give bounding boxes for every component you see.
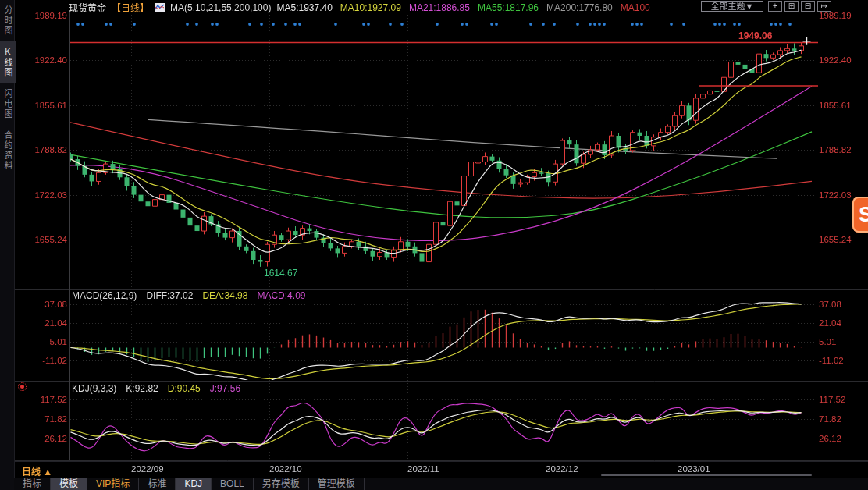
tab-kdj[interactable]: KDJ <box>176 478 212 490</box>
axis-label: 71.82 <box>819 414 841 424</box>
macd-label-row: MACD(26,12,9) DIFF:37.02 DEA:34.98 MACD:… <box>72 290 305 301</box>
axis-label: 1722.03 <box>19 190 67 200</box>
zoom-y-axis-icon[interactable]: ⊞ <box>784 1 799 12</box>
macd-macd-value: MACD:4.09 <box>257 290 305 301</box>
tab-boll[interactable]: BOLL <box>212 478 254 490</box>
axis-label: 1922.40 <box>19 55 67 65</box>
tab-standard[interactable]: 标准 <box>139 478 176 490</box>
ma-legend-item: MA21:1886.85 <box>409 2 470 13</box>
axis-label: 26.12 <box>819 434 841 443</box>
sidebar-item-contract-info[interactable]: 合约资料 <box>0 125 16 176</box>
chart-scrollbar[interactable] <box>601 474 812 476</box>
kdj-j-value: J:97.56 <box>210 383 240 394</box>
axis-label: 1855.61 <box>819 101 852 110</box>
indicator-legend-row: 现货黄金 【日线】 MA(5,10,21,55,200,100) MA5:193… <box>69 1 650 14</box>
axis-label: 1788.82 <box>819 145 852 154</box>
trading-app-window: 分时图K线图闪电图合约资料 现货黄金 【日线】 MA(5,10,21,55,20… <box>0 0 868 490</box>
ma-values: MA5:1937.40MA10:1927.09MA21:1886.85MA55:… <box>276 2 649 13</box>
time-axis-row: 日线 ▲ 2022/092022/102022/112022/122023/01 <box>14 461 868 478</box>
date-axis-label: 2022/09 <box>131 464 164 474</box>
axis-label: 26.12 <box>19 434 67 443</box>
kline-chart-canvas[interactable] <box>0 0 868 490</box>
symbol-title: 现货黄金 <box>69 1 106 14</box>
macd-diff-value: DIFF:37.02 <box>146 290 193 301</box>
axis-label: 21.04 <box>19 318 67 328</box>
tab-manage-template[interactable]: 管理模板 <box>309 478 365 490</box>
tab-templates[interactable]: 模板 <box>51 478 87 490</box>
axis-label: 71.82 <box>19 414 67 424</box>
resistance-price-label: 1949.06 <box>738 30 772 41</box>
floating-service-badge[interactable]: S <box>852 197 868 233</box>
ma-legend-item: MA5:1937.40 <box>276 2 332 13</box>
axis-label: 5.01 <box>19 337 67 346</box>
axis-label: 1655.24 <box>19 235 67 244</box>
ma-legend-item: MA55:1817.96 <box>478 2 539 13</box>
axis-label: 1655.24 <box>819 235 852 244</box>
axis-label: 117.52 <box>819 395 845 404</box>
axis-label: 1922.40 <box>819 55 852 65</box>
date-axis-label: 2023/01 <box>678 464 710 474</box>
period-selector-button[interactable]: 日线 ▲ <box>22 464 52 478</box>
axis-label: -11.02 <box>819 356 844 365</box>
axis-label: 117.52 <box>19 395 67 404</box>
macd-title[interactable]: MACD(26,12,9) <box>72 290 137 301</box>
tab-indicators[interactable]: 指标 <box>14 478 51 490</box>
chart-header: 现货黄金 【日线】 MA(5,10,21,55,200,100) MA5:193… <box>14 0 868 12</box>
date-axis-label: 2022/11 <box>407 464 439 474</box>
left-sidebar: 分时图K线图闪电图合约资料 <box>0 0 15 490</box>
axis-label: 1722.03 <box>819 190 852 200</box>
date-axis-label: 2022/10 <box>269 464 302 474</box>
ma-legend-item: MA200:1776.80 <box>546 2 613 13</box>
date-axis-label: 2022/12 <box>546 464 578 474</box>
axis-label: 37.08 <box>819 300 841 309</box>
axis-label: -11.02 <box>19 356 67 365</box>
tab-save-template[interactable]: 另存模板 <box>254 478 309 490</box>
axis-label: 1855.61 <box>19 101 67 110</box>
kdj-k-value: K:92.82 <box>126 383 158 394</box>
indicator-settings-icon[interactable] <box>18 382 27 391</box>
sidebar-item-lightning-chart[interactable]: 闪电图 <box>0 83 16 125</box>
ma-settings-label: MA(5,10,21,55,200,100) <box>170 2 271 13</box>
sidebar-item-kline-chart[interactable]: K线图 <box>0 41 16 83</box>
zoom-x-axis-icon[interactable]: ⊟ <box>801 1 815 12</box>
axis-label: 5.01 <box>819 337 836 346</box>
tab-vip-indicators[interactable]: VIP指标 <box>87 478 139 490</box>
ma-legend-item: MA100 <box>621 2 650 13</box>
kdj-title[interactable]: KDJ(9,3,3) <box>72 383 116 394</box>
ma-legend-item: MA10:1927.09 <box>340 2 401 13</box>
crosshair-icon[interactable]: + <box>768 1 782 12</box>
sidebar-item-time-share-chart[interactable]: 分时图 <box>0 0 16 41</box>
kdj-label-row: KDJ(9,3,3) K:92.82 D:90.45 J:97.56 <box>72 383 240 394</box>
kdj-d-value: D:90.45 <box>168 383 201 394</box>
axis-label: 37.08 <box>19 300 67 309</box>
macd-dea-value: DEA:34.98 <box>202 290 247 301</box>
ma-settings-icon[interactable] <box>155 3 165 12</box>
lowest-price-label: 1614.67 <box>264 268 297 279</box>
axis-label: 21.04 <box>819 318 841 328</box>
pan-right-icon[interactable]: ↦ <box>817 1 831 12</box>
bottom-tab-bar: 指标模板VIP指标标准KDJBOLL另存模板管理模板 <box>14 478 868 490</box>
axis-label: 1788.82 <box>19 145 67 154</box>
theme-dropdown-button[interactable]: 全部主题▼ <box>701 1 763 12</box>
period-tag: 【日线】 <box>112 1 149 14</box>
